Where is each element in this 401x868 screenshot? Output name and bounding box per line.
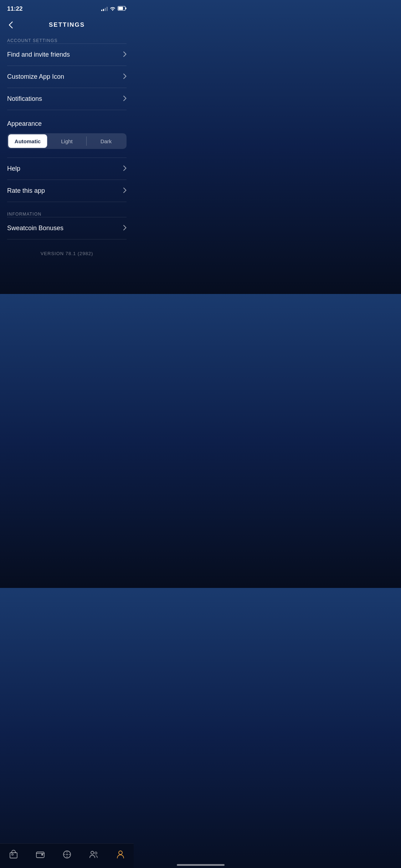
divider-9 xyxy=(7,239,127,239)
customize-icon-item[interactable]: Customize App Icon xyxy=(0,66,134,88)
help-label: Help xyxy=(7,165,20,172)
battery-icon xyxy=(118,6,127,12)
information-section: INFORMATION Sweatcoin Bonuses xyxy=(0,211,134,239)
toggle-light[interactable]: Light xyxy=(47,134,86,148)
find-friends-label: Find and invite friends xyxy=(7,51,70,58)
find-friends-chevron xyxy=(123,51,127,58)
divider-7 xyxy=(7,202,127,202)
help-item[interactable]: Help xyxy=(0,158,134,180)
svg-rect-1 xyxy=(125,7,127,9)
information-label: INFORMATION xyxy=(0,212,48,221)
notifications-item[interactable]: Notifications xyxy=(0,88,134,110)
notifications-chevron xyxy=(123,95,127,103)
rate-app-chevron xyxy=(123,187,127,195)
appearance-section: Appearance Automatic Light Dark xyxy=(0,113,134,157)
appearance-toggle: Automatic Light Dark xyxy=(7,133,127,149)
rate-app-label: Rate this app xyxy=(7,187,45,195)
divider-4 xyxy=(7,110,127,110)
back-button[interactable] xyxy=(7,20,14,30)
status-bar: 11:22 xyxy=(0,0,134,16)
support-section: Help Rate this app xyxy=(0,157,134,202)
sweatcoin-bonuses-label: Sweatcoin Bonuses xyxy=(7,224,63,232)
customize-icon-label: Customize App Icon xyxy=(7,73,64,81)
page-title: SETTINGS xyxy=(7,21,127,29)
status-time: 11:22 xyxy=(7,5,22,12)
sweatcoin-bonuses-chevron xyxy=(123,225,127,232)
signal-bar-3 xyxy=(105,8,106,11)
help-chevron xyxy=(123,165,127,172)
toggle-automatic[interactable]: Automatic xyxy=(8,134,47,148)
content-area: ACCOUNT SETTINGS Find and invite friends… xyxy=(0,37,134,294)
page-header: SETTINGS xyxy=(0,16,134,37)
rate-app-item[interactable]: Rate this app xyxy=(0,180,134,202)
signal-icon xyxy=(101,7,108,11)
wifi-icon xyxy=(110,6,115,12)
notifications-label: Notifications xyxy=(7,95,42,103)
customize-icon-chevron xyxy=(123,73,127,81)
appearance-title: Appearance xyxy=(7,120,127,128)
status-icons xyxy=(101,6,127,12)
account-settings-label: ACCOUNT SETTINGS xyxy=(0,38,65,47)
signal-bar-4 xyxy=(107,7,108,11)
version-text: VERSION 78.1 (2982) xyxy=(0,242,134,262)
toggle-dark[interactable]: Dark xyxy=(87,134,125,148)
svg-rect-2 xyxy=(118,7,123,10)
signal-bar-1 xyxy=(101,10,102,11)
signal-bar-2 xyxy=(103,9,104,11)
account-settings-section: ACCOUNT SETTINGS Find and invite friends… xyxy=(0,37,134,110)
